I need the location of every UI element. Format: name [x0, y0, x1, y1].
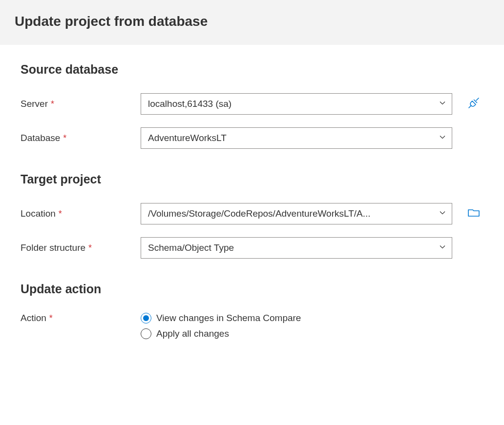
- folder-structure-label: Folder structure: [21, 243, 85, 253]
- folder-icon: [467, 206, 480, 222]
- action-field-row: Action * View changes in Schema Compare …: [21, 313, 483, 339]
- radio-view-changes[interactable]: View changes in Schema Compare: [141, 313, 301, 324]
- server-field-row: Server * localhost,61433 (sa): [21, 93, 483, 115]
- database-select[interactable]: AdventureWorksLT: [141, 127, 452, 149]
- location-label-wrap: Location *: [21, 208, 141, 219]
- target-project-title: Target project: [21, 172, 483, 186]
- required-indicator: *: [63, 133, 66, 143]
- folder-structure-field-row: Folder structure * Schema/Object Type: [21, 237, 483, 259]
- radio-apply-all[interactable]: Apply all changes: [141, 328, 301, 339]
- update-action-title: Update action: [21, 282, 483, 296]
- database-field-row: Database * AdventureWorksLT: [21, 127, 483, 149]
- action-label: Action: [21, 313, 46, 324]
- server-select-value: localhost,61433 (sa): [141, 93, 452, 115]
- folder-structure-label-wrap: Folder structure *: [21, 243, 141, 253]
- database-label: Database: [21, 133, 60, 143]
- action-radio-group: View changes in Schema Compare Apply all…: [141, 313, 301, 339]
- radio-view-changes-label: View changes in Schema Compare: [156, 313, 301, 324]
- required-indicator: *: [51, 99, 54, 109]
- action-label-wrap: Action *: [21, 313, 141, 324]
- server-label: Server: [21, 99, 48, 109]
- location-field-row: Location * /Volumes/Storage/CodeRepos/Ad…: [21, 203, 483, 224]
- radio-button-icon: [141, 328, 151, 339]
- dialog-content: Source database Server * localhost,61433…: [0, 45, 504, 380]
- source-database-section: Source database Server * localhost,61433…: [21, 62, 483, 149]
- target-project-section: Target project Location * /Volumes/Stora…: [21, 172, 483, 259]
- required-indicator: *: [88, 243, 92, 253]
- folder-structure-select[interactable]: Schema/Object Type: [141, 237, 452, 259]
- required-indicator: *: [49, 313, 53, 324]
- location-select-value: /Volumes/Storage/CodeRepos/AdventureWork…: [141, 203, 452, 224]
- folder-structure-select-value: Schema/Object Type: [141, 237, 452, 259]
- radio-button-icon: [141, 313, 151, 324]
- dialog-title: Update project from database: [15, 14, 489, 29]
- source-database-title: Source database: [21, 62, 483, 77]
- database-select-value: AdventureWorksLT: [141, 127, 452, 149]
- connect-button[interactable]: [465, 95, 483, 113]
- server-select[interactable]: localhost,61433 (sa): [141, 93, 452, 115]
- server-label-wrap: Server *: [21, 99, 141, 109]
- database-label-wrap: Database *: [21, 133, 141, 143]
- location-select[interactable]: /Volumes/Storage/CodeRepos/AdventureWork…: [141, 203, 452, 224]
- radio-apply-all-label: Apply all changes: [156, 328, 229, 339]
- location-label: Location: [21, 208, 56, 219]
- browse-button[interactable]: [465, 205, 483, 223]
- required-indicator: *: [59, 209, 62, 219]
- update-action-section: Update action Action * View changes in S…: [21, 282, 483, 339]
- plug-icon: [467, 96, 481, 112]
- dialog-header: Update project from database: [0, 0, 504, 45]
